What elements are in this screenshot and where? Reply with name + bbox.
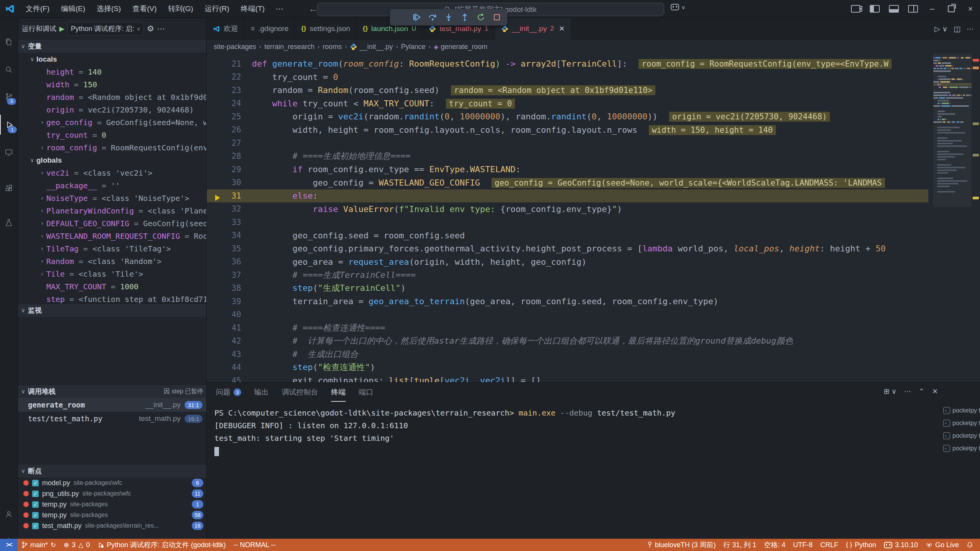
tab-close-icon[interactable]: ✕ (559, 24, 565, 33)
breakpoint-row[interactable]: ✓temp.pysite-packages58 (18, 510, 206, 520)
breakpoint-checkbox[interactable]: ✓ (32, 491, 39, 497)
breadcrumb-item[interactable]: Pylance (401, 43, 426, 51)
gutter[interactable]: 44 (207, 363, 252, 372)
status-vim-mode[interactable]: -- NORMAL -- (230, 539, 279, 551)
gutter[interactable]: 31 (207, 191, 252, 201)
breadcrumb-item[interactable]: ◈generate_room (434, 43, 487, 51)
status-go-live[interactable]: Go Live (922, 539, 963, 551)
terminal-instance-3[interactable]: >_pocketpy te... (942, 442, 980, 455)
breakpoint-checkbox[interactable]: ✓ (32, 480, 39, 486)
window-close-button[interactable]: ✕ (961, 0, 980, 18)
gutter[interactable]: 22 (207, 72, 252, 82)
code-editor[interactable]: 2021def generate_room(room_config: RoomR… (207, 54, 980, 382)
panel-layout-button[interactable]: ⊞ ∨ (884, 387, 897, 396)
status-bell[interactable] (963, 539, 977, 551)
variable-row[interactable]: ›geo_config = GeoConfig(seed=None, wor… (18, 116, 206, 129)
status-encoding[interactable]: UTF-8 (789, 539, 817, 551)
gutter[interactable]: 41 (207, 323, 252, 333)
variable-row[interactable]: ›DEFAULT_GEO_CONFIG = GeoConfig(seed=1… (18, 217, 206, 230)
code-line-35[interactable]: 35 geo_config.primary_forces.geothermal_… (207, 242, 928, 256)
variable-row[interactable]: ›TileTag = <class 'TileTag'> (18, 242, 206, 255)
tab-settings.json[interactable]: {}settings.json (295, 18, 357, 40)
terminal-output[interactable]: PS C:\computer_science\godot-ldtk\site-p… (214, 406, 940, 539)
debug-step-out-button[interactable] (458, 11, 471, 24)
menu-item-5[interactable]: 运行(R) (199, 0, 235, 18)
status-branch[interactable]: main*↻ (18, 539, 60, 551)
code-line-23[interactable]: 23 random = Random(room_config.seed)rand… (207, 84, 928, 97)
variable-row[interactable]: ›Tile = <class 'Tile'> (18, 267, 206, 280)
breadcrumb-item[interactable]: rooms (323, 43, 342, 51)
breakpoints-section-header[interactable]: ∨ 断点 (18, 464, 206, 478)
editor-more-actions-button[interactable]: ⋯ (967, 24, 974, 33)
minimap[interactable] (933, 54, 972, 382)
gutter[interactable]: 32 (207, 204, 252, 214)
status-indentation[interactable]: 空格: 4 (760, 539, 789, 551)
breadcrumb-item[interactable]: site-packages (214, 43, 256, 51)
terminal-instance-2[interactable]: >_pocketpy te... (942, 429, 980, 442)
run-file-button[interactable]: ▷ ∨ (934, 24, 947, 33)
activity-item-debug[interactable]: 1 (0, 115, 18, 135)
panel-tab-终端[interactable]: 终端 (331, 383, 346, 402)
activity-item-testing[interactable] (0, 213, 18, 233)
gutter[interactable]: 42 (207, 336, 252, 346)
callstack-frame[interactable]: test/test_math.pytest_math.py16:1 (18, 412, 206, 425)
status-language[interactable]: { }Python (842, 539, 880, 551)
variable-row[interactable]: height = 140 (18, 65, 206, 78)
variable-row[interactable]: MAX_TRY_COUNT = 1000 (18, 280, 206, 293)
code-line-36[interactable]: 36 geo_area = request_area(origin, width… (207, 255, 928, 269)
gutter[interactable]: 36 (207, 257, 252, 266)
variables-section-header[interactable]: ∨ 变量 (18, 40, 206, 53)
gutter[interactable]: 23 (207, 86, 252, 95)
close-panel-button[interactable]: ✕ (932, 387, 938, 396)
variable-row[interactable]: ›PlanetaryWindConfig = <class 'Planeta… (18, 204, 206, 217)
watch-section-header[interactable]: ∨ 监视 (18, 303, 206, 317)
gutter[interactable]: 43 (207, 350, 252, 359)
code-line-33[interactable]: 33 (207, 216, 928, 229)
gutter[interactable]: 30 (207, 178, 252, 187)
code-line-30[interactable]: 30 geo_config = WASTELAND_GEO_CONFIGgeo_… (207, 176, 928, 189)
code-line-28[interactable]: 28 # ====生成初始地理信息==== (207, 150, 928, 163)
variable-row[interactable]: width = 150 (18, 78, 206, 91)
variable-row[interactable]: __package__ = '' (18, 179, 206, 192)
tab-[interactable]: 欢迎 (207, 18, 245, 40)
gutter[interactable]: 45 (207, 376, 252, 382)
copilot-menu[interactable]: ∨ (671, 4, 685, 10)
panel-tab-调试控制台[interactable]: 调试控制台 (282, 383, 318, 402)
breadcrumb-item[interactable]: terrain_research (264, 43, 314, 51)
gutter[interactable]: 20 (207, 54, 252, 55)
code-line-34[interactable]: 34 geo_config.seed = room_config.seed (207, 229, 928, 242)
debug-more-actions[interactable]: ⋯ (157, 24, 165, 33)
remote-indicator[interactable]: >< (0, 539, 18, 551)
code-line-26[interactable]: 26 width, height = room_config.layout.n_… (207, 123, 928, 137)
gutter[interactable]: 21 (207, 59, 252, 68)
customize-layout-button[interactable] (846, 0, 865, 18)
debug-step-into-button[interactable] (442, 11, 455, 24)
menu-item-4[interactable]: 转到(G) (162, 0, 199, 18)
breakpoint-checkbox[interactable]: ✓ (32, 501, 39, 508)
toggle-secondary-sidebar-button[interactable] (903, 0, 923, 18)
variable-row[interactable]: ›room_config = RoomRequestConfig(env_t… (18, 141, 206, 154)
code-line-37[interactable]: 37 # ====生成TerrainCell==== (207, 269, 928, 282)
terminal-instance-1[interactable]: >_pocketpy te... (942, 417, 980, 429)
variable-row[interactable]: ›Random = <class 'Random'> (18, 255, 206, 267)
panel-tab-端口[interactable]: 端口 (359, 383, 373, 402)
breakpoint-checkbox[interactable]: ✓ (32, 523, 39, 529)
variable-row[interactable]: ›WASTELAND_ROOM_REQUEST_CONFIG = RoomR… (18, 230, 206, 242)
breadcrumb-item[interactable]: __init__.py (350, 43, 393, 51)
status-debug-status[interactable]: Python 调试程序: 启动文件 (godot-ldtk) (94, 539, 230, 551)
code-line-42[interactable]: 42 # 计算每一个出口的中心，然后使用astar生成路径，确保每一个出口组合都… (207, 334, 928, 348)
toggle-sidebar-button[interactable] (865, 0, 884, 18)
code-line-40[interactable]: 40 (207, 308, 928, 321)
menu-more-button[interactable]: ⋯ (270, 4, 289, 13)
code-line-38[interactable]: 38 step("生成TerrainCell") (207, 282, 928, 295)
code-line-41[interactable]: 41 # ====检查连通性==== (207, 321, 928, 335)
variable-row[interactable]: origin = vec2i(7205730, 9024468) (18, 103, 206, 116)
status-blame[interactable]: blueloveTH (3 周前) (644, 539, 720, 551)
callstack-frame[interactable]: generate_room__init__.py31:1 (18, 398, 206, 412)
activity-item-files[interactable] (0, 32, 18, 52)
debug-config-dropdown[interactable]: Python 调试程序: 启: ∨ (67, 22, 144, 36)
variable-row[interactable]: ∨globals (18, 154, 206, 166)
variable-row[interactable]: ›NoiseType = <class 'NoiseType'> (18, 192, 206, 204)
gutter[interactable]: 24 (207, 99, 252, 108)
variable-row[interactable]: try_count = 0 (18, 129, 206, 141)
